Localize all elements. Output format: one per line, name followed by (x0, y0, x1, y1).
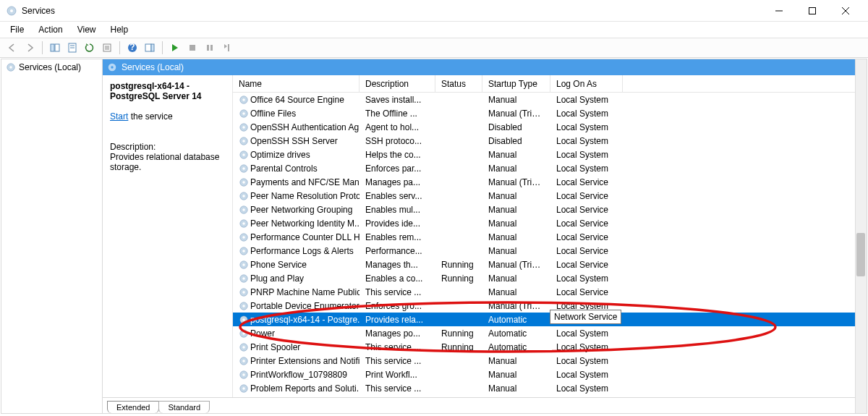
service-status: Running (435, 273, 482, 284)
menu-file[interactable]: File (4, 23, 30, 36)
service-name: OpenSSH SSH Server (250, 136, 338, 146)
close-button[interactable] (829, 0, 862, 22)
menu-help[interactable]: Help (105, 23, 135, 36)
vertical-scrollbar[interactable] (855, 59, 867, 413)
service-startup-type: Manual (482, 95, 550, 105)
service-status: Running (435, 342, 482, 352)
table-row[interactable]: Peer Networking Identity M...Provides id… (233, 216, 867, 230)
export-list-button[interactable] (99, 40, 115, 56)
service-log-on-as: Local Service (550, 260, 623, 270)
table-row[interactable]: Offline FilesThe Offline ...Manual (Trig… (233, 106, 867, 120)
start-service-link[interactable]: Start (110, 111, 128, 122)
svg-point-23 (111, 66, 114, 69)
table-row[interactable]: OpenSSH SSH ServerSSH protoco...Disabled… (233, 134, 867, 148)
table-row[interactable]: Performance Logs & AlertsPerformance...M… (233, 244, 867, 258)
gear-icon (239, 273, 249, 284)
svg-point-57 (242, 318, 245, 321)
service-startup-type: Manual (482, 287, 550, 297)
column-status[interactable]: Status (435, 75, 482, 92)
show-hide-tree-button[interactable] (47, 40, 63, 56)
gear-icon (239, 232, 249, 242)
service-startup-type: Manual (482, 232, 550, 242)
table-row[interactable]: Phone ServiceManages th...RunningManual … (233, 258, 867, 271)
table-row[interactable]: PrintWorkflow_10798809Print Workfl...Man… (233, 368, 867, 381)
table-row[interactable]: Print SpoolerThis service ...RunningAuto… (233, 340, 867, 354)
service-name: Peer Networking Grouping (250, 205, 352, 215)
table-row[interactable]: Peer Name Resolution Proto...Enables ser… (233, 189, 867, 203)
console-tree[interactable]: Services (Local) (1, 59, 103, 413)
svg-point-33 (242, 153, 245, 156)
service-description: Manages po... (359, 328, 435, 339)
table-row[interactable]: OpenSSH Authentication Ag...Agent to hol… (233, 120, 867, 134)
column-name[interactable]: Name (233, 75, 359, 92)
tab-extended[interactable]: Extended (107, 401, 159, 413)
restart-service-button (219, 40, 235, 56)
gear-icon (239, 383, 249, 394)
service-description: Enables a co... (359, 273, 435, 284)
menu-view[interactable]: View (72, 23, 102, 36)
start-service-button[interactable] (167, 40, 183, 56)
table-row[interactable]: Portable Device Enumerator ...Enforces g… (233, 299, 867, 313)
service-name: OpenSSH Authentication Ag... (250, 122, 359, 132)
table-row[interactable]: PowerManages po...RunningAutomaticLocal … (233, 326, 867, 340)
gear-icon (6, 62, 16, 72)
service-name: Phone Service (250, 260, 307, 270)
gear-icon (239, 370, 249, 380)
menubar: File Action View Help (0, 22, 868, 38)
tree-root-services-local[interactable]: Services (Local) (1, 59, 102, 75)
svg-point-67 (242, 387, 245, 390)
menu-action[interactable]: Action (33, 23, 68, 36)
service-status: Running (435, 328, 482, 339)
stop-service-button (184, 40, 200, 56)
column-log-on-as[interactable]: Log On As (550, 75, 623, 92)
detail-pane: Services (Local) postgresql-x64-14 - Pos… (103, 59, 867, 413)
table-row[interactable]: Performance Counter DLL H...Enables rem.… (233, 230, 867, 244)
table-row[interactable]: PNRP Machine Name Public...This service … (233, 285, 867, 299)
column-startup-type[interactable]: Startup Type (482, 75, 550, 92)
service-startup-type: Manual (482, 218, 550, 229)
gear-icon (239, 109, 249, 119)
table-row[interactable]: Optimize drivesHelps the co...ManualLoca… (233, 148, 867, 161)
svg-rect-18 (210, 45, 213, 51)
table-row[interactable]: Problem Reports and Soluti...This servic… (233, 381, 867, 395)
table-row[interactable]: Payments and NFC/SE Mana...Manages pa...… (233, 175, 867, 189)
table-row[interactable]: postgresql-x64-14 - Postgre...Provides r… (233, 313, 867, 326)
service-name: Parental Controls (250, 164, 318, 174)
gear-icon (107, 62, 117, 72)
show-hide-action-pane-button[interactable] (142, 40, 158, 56)
maximize-button[interactable] (796, 0, 829, 22)
scrollbar-thumb[interactable] (856, 233, 865, 276)
svg-rect-15 (151, 44, 154, 51)
table-row[interactable]: Plug and PlayEnables a co...RunningManua… (233, 271, 867, 285)
service-log-on-as: Local Service (550, 287, 623, 297)
svg-text:?: ? (129, 43, 135, 52)
svg-point-29 (242, 126, 245, 129)
table-row[interactable]: Office 64 Source EngineSaves install...M… (233, 93, 867, 106)
svg-rect-14 (145, 44, 151, 51)
service-startup-type: Disabled (482, 136, 550, 146)
table-row[interactable]: Parental ControlsEnforces par...ManualLo… (233, 161, 867, 175)
service-name: Offline Files (250, 109, 296, 119)
refresh-button[interactable] (82, 40, 98, 56)
main-split: Services (Local) Services (Local) postgr… (1, 59, 867, 414)
properties-button[interactable] (64, 40, 80, 56)
service-name: PrintWorkflow_10798809 (250, 370, 347, 380)
table-row[interactable]: Printer Extensions and Notifi...This ser… (233, 354, 867, 368)
svg-point-41 (242, 208, 245, 211)
gear-icon (239, 136, 249, 146)
tab-standard[interactable]: Standard (158, 401, 210, 413)
service-log-on-as: Local Service (550, 246, 623, 256)
service-description: This service ... (359, 383, 435, 394)
service-description: Performance... (359, 246, 435, 256)
svg-point-53 (242, 291, 245, 294)
svg-point-61 (242, 346, 245, 349)
help-button[interactable]: ? (124, 40, 140, 56)
column-description[interactable]: Description (359, 75, 435, 92)
service-description: Manages th... (359, 260, 435, 270)
service-list[interactable]: Office 64 Source EngineSaves install...M… (233, 93, 867, 397)
service-name: Performance Counter DLL H... (250, 232, 359, 242)
view-tabs: Extended Standard (103, 397, 867, 413)
description-label: Description: (110, 142, 225, 152)
table-row[interactable]: Peer Networking GroupingEnables mul...Ma… (233, 203, 867, 216)
minimize-button[interactable] (762, 0, 796, 22)
